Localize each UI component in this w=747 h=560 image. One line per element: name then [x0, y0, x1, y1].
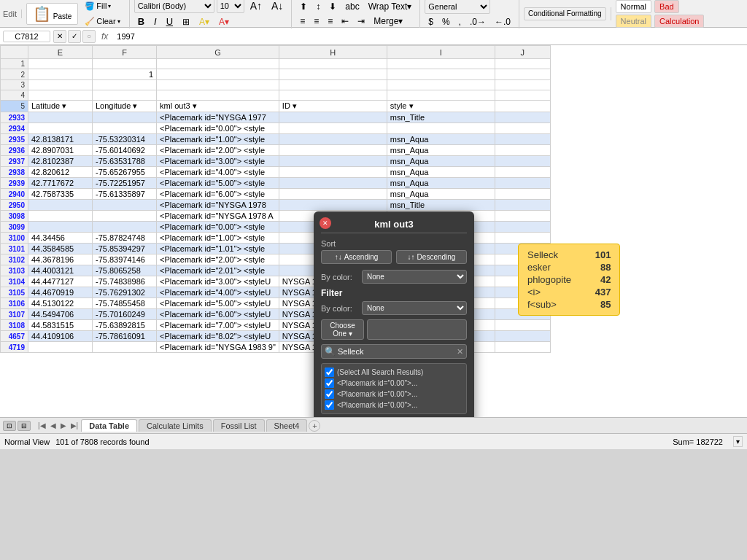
cancel-formula-button[interactable]: ✕: [53, 30, 66, 43]
check-item-1-checkbox[interactable]: [325, 378, 334, 388]
indent-less-button[interactable]: ⇤: [338, 15, 352, 28]
increase-decimal-button[interactable]: .0→: [466, 15, 489, 28]
bold-button[interactable]: B: [134, 15, 148, 28]
row-num-3100: 3100: [1, 233, 28, 244]
abc-button[interactable]: abc: [341, 0, 363, 13]
sheet-tabs-bar: ⊡ ⊟ |◀ ◀ ▶ ▶| Data Table Calculate Limit…: [0, 417, 747, 433]
table-row: 4: [1, 90, 551, 101]
tab-nav-first-button[interactable]: |◀: [36, 420, 47, 431]
increase-font-button[interactable]: A↑: [247, 0, 266, 13]
format-styles-group: Normal Bad Neutral Calculation: [616, 0, 705, 28]
col-kmlout3-header[interactable]: kml out3 ▾: [157, 101, 279, 112]
choose-one-input[interactable]: [367, 319, 467, 340]
filter-search-input[interactable]: [338, 347, 457, 356]
formula-input[interactable]: [114, 31, 744, 42]
tooltip-val-4: 437: [595, 287, 611, 298]
tooltip-row-5: f<sub> 85: [527, 298, 611, 311]
sheet-tab-sheet4[interactable]: Sheet4: [266, 419, 308, 432]
tooltip-row-4: <i> 437: [527, 286, 611, 298]
conditional-formatting-button[interactable]: Conditional Formatting: [524, 7, 606, 20]
table-row: 3: [1, 80, 551, 90]
longitude-filter-icon[interactable]: ▾: [133, 101, 137, 110]
format-calculation-label[interactable]: Calculation: [654, 15, 704, 28]
expand-formula-button[interactable]: ○: [82, 30, 96, 43]
page-layout-icon[interactable]: ⊟: [18, 421, 31, 431]
cell-reference-input[interactable]: [3, 31, 50, 42]
align-top-button[interactable]: ⬆: [296, 0, 311, 13]
col-longitude-header[interactable]: Longitude ▾: [93, 101, 157, 112]
row-num-3106: 3106: [1, 298, 28, 309]
percent-button[interactable]: %: [438, 15, 454, 28]
col-header-g[interactable]: G: [157, 46, 279, 59]
fill-button[interactable]: 🪣 Fill ▾: [80, 0, 124, 13]
align-right-button[interactable]: ≡: [324, 15, 336, 28]
sort-section: Sort ↑↓ Ascending ↓↑ Descending: [321, 239, 467, 264]
align-middle-button[interactable]: ↕: [312, 0, 324, 13]
wrap-text-button[interactable]: Wrap Text▾: [365, 0, 416, 13]
sheet-tab-calculate-limits[interactable]: Calculate Limits: [139, 419, 212, 432]
underline-button[interactable]: U: [163, 15, 177, 28]
normal-view-icon[interactable]: ⊡: [3, 421, 16, 431]
filter-search-clear-button[interactable]: ✕: [457, 347, 463, 357]
style-filter-icon[interactable]: ▾: [409, 101, 414, 110]
col-header-h[interactable]: H: [279, 46, 387, 59]
confirm-formula-button[interactable]: ✓: [68, 30, 81, 43]
number-format-select[interactable]: General: [425, 0, 490, 14]
font-name-select[interactable]: Calibri (Body): [134, 0, 214, 13]
sum-dropdown-button[interactable]: ▾: [733, 436, 743, 447]
font-color-button[interactable]: A▾: [215, 15, 233, 28]
tab-nav-next-button[interactable]: ▶: [59, 420, 68, 431]
paste-button[interactable]: 📋 Paste: [26, 3, 78, 25]
col-header-i[interactable]: I: [387, 46, 495, 59]
check-all-checkbox[interactable]: [325, 368, 334, 377]
tab-nav-last-button[interactable]: ▶|: [69, 420, 80, 431]
align-center-button[interactable]: ≡: [310, 15, 322, 28]
col-header-j[interactable]: J: [495, 46, 550, 59]
fill-color-button[interactable]: A▾: [196, 15, 213, 28]
align-left-button[interactable]: ≡: [296, 15, 309, 28]
sheet-tab-fossil-list[interactable]: Fossil List: [213, 419, 265, 432]
merge-button[interactable]: Merge▾: [370, 15, 406, 28]
format-normal-label[interactable]: Normal: [616, 0, 651, 13]
sheet-tab-data-table[interactable]: Data Table: [81, 419, 137, 432]
sort-ascending-button[interactable]: ↑↓ Ascending: [321, 250, 392, 264]
latitude-filter-icon[interactable]: ▾: [62, 101, 66, 110]
format-bad-label[interactable]: Bad: [654, 0, 679, 13]
row-num-2937: 2937: [1, 156, 28, 167]
row-num-3108: 3108: [1, 320, 28, 331]
row-num-4: 4: [1, 90, 28, 101]
col-latitude-header[interactable]: Latitude ▾: [28, 101, 93, 112]
clear-button[interactable]: 🧹 Clear ▾: [80, 15, 124, 28]
add-sheet-button[interactable]: +: [309, 420, 320, 432]
check-item-2-checkbox[interactable]: [325, 389, 334, 399]
filter-by-color-select[interactable]: None: [362, 301, 467, 315]
decrease-decimal-button[interactable]: ←.0: [491, 15, 514, 28]
kmlout3-filter-icon[interactable]: ▾: [193, 101, 197, 110]
tooltip-val-5: 85: [600, 299, 611, 310]
italic-button[interactable]: I: [150, 15, 160, 28]
tooltip-val-2: 88: [600, 262, 611, 273]
col-style-header[interactable]: style ▾: [387, 101, 495, 112]
choose-one-button[interactable]: Choose One ▾: [321, 319, 364, 340]
tab-nav-prev-button[interactable]: ◀: [49, 420, 58, 431]
fx-label: fx: [101, 31, 108, 42]
clear-dropdown-icon: ▾: [117, 18, 120, 25]
column-headers-row: E F G H I J: [1, 46, 551, 59]
currency-button[interactable]: $: [425, 15, 437, 28]
format-neutral-label[interactable]: Neutral: [616, 15, 651, 28]
col-header-e[interactable]: E: [28, 46, 93, 59]
font-size-select[interactable]: 10: [217, 0, 244, 13]
table-row: 2940 42.7587335 -75.61335897 <Placemark …: [1, 189, 551, 200]
popup-close-button[interactable]: ✕: [320, 217, 331, 229]
decrease-font-button[interactable]: A↓: [268, 0, 287, 13]
col-id-header[interactable]: ID ▾: [279, 101, 387, 112]
indent-more-button[interactable]: ⇥: [354, 15, 368, 28]
col-header-f[interactable]: F: [93, 46, 157, 59]
align-bottom-button[interactable]: ⬇: [325, 0, 340, 13]
sort-by-color-select[interactable]: None: [362, 270, 467, 284]
id-filter-icon[interactable]: ▾: [293, 101, 297, 110]
check-item-3-checkbox[interactable]: [325, 400, 334, 410]
sort-descending-button[interactable]: ↓↑ Descending: [396, 250, 467, 264]
borders-button[interactable]: ⊞: [179, 15, 193, 28]
comma-button[interactable]: ,: [455, 15, 465, 28]
